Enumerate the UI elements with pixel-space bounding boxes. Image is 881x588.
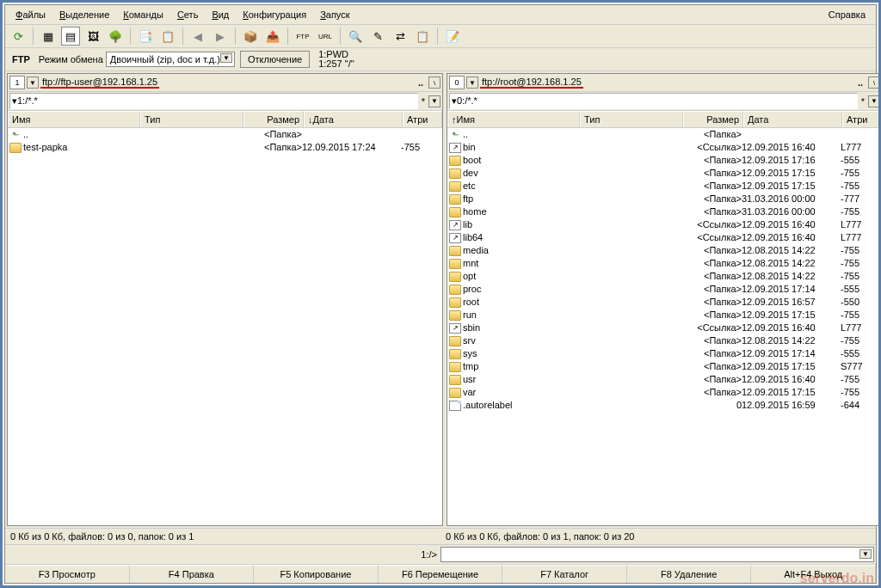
disconnect-button[interactable]: Отключение (240, 51, 310, 68)
folder-icon (449, 285, 461, 295)
list-item[interactable]: ↗sbin<Ссылка>12.09.2015 16:40L777 (447, 322, 881, 334)
view-icon-1[interactable]: ▦ (39, 27, 58, 46)
menu-item[interactable]: Команды (116, 7, 170, 22)
mode-dropdown[interactable]: Двоичный (zip, doc и т.д.) (106, 52, 235, 67)
right-address[interactable]: ftp://root@192.168.1.25 (480, 77, 583, 89)
list-item[interactable]: ↗lib64<Ссылка>12.09.2015 16:40L777 (447, 231, 881, 244)
left-header-attr[interactable]: Атри (403, 111, 442, 127)
right-listing[interactable]: ⬑..<Папка>↗bin<Ссылка>12.09.2015 16:40L7… (447, 128, 881, 525)
list-item[interactable]: mnt<Папка>12.08.2015 14:22-755 (447, 257, 881, 270)
folder-icon (449, 194, 461, 205)
right-updir-icon[interactable]: .. (854, 77, 866, 88)
menu-item[interactable]: Файлы (9, 7, 52, 22)
right-path-dropdown-icon[interactable]: ▼ (868, 95, 880, 107)
file-icon (449, 401, 461, 411)
rename-icon[interactable]: ✎ (368, 27, 387, 46)
left-drive-icon[interactable]: 1 (9, 76, 25, 89)
unpack-icon[interactable]: 📤 (263, 27, 282, 46)
forward-icon[interactable]: ▶ (211, 27, 230, 46)
fn-button[interactable]: Alt+F4 Выход (751, 565, 876, 583)
right-path[interactable]: ▾0:/*.* (449, 93, 858, 109)
list-item[interactable]: usr<Папка>12.09.2015 16:40-755 (447, 373, 881, 386)
left-headers: Имя Тип Размер ↓Дата Атри (8, 111, 442, 128)
folder-icon (449, 310, 461, 321)
ftp-icon[interactable]: FTP (293, 27, 312, 46)
list-item[interactable]: test-papka<Папка>12.09.2015 17:24-755 (8, 141, 442, 154)
fn-button[interactable]: F7 Каталог (502, 565, 627, 583)
list-item[interactable]: var<Папка>12.09.2015 17:15-755 (447, 386, 881, 399)
list-item[interactable]: ftp<Папка>31.03.2016 00:00-777 (447, 193, 881, 205)
list-item[interactable]: ⬑..<Папка> (8, 128, 442, 141)
left-listing[interactable]: ⬑..<Папка>test-papka<Папка>12.09.2015 17… (8, 128, 442, 525)
command-prompt: 1:/> (7, 549, 440, 560)
list-item[interactable]: .autorelabel012.09.2015 16:59-644 (447, 399, 881, 412)
left-drive-dropdown-icon[interactable]: ▼ (27, 77, 39, 89)
list-item[interactable]: proc<Папка>12.09.2015 17:14-555 (447, 283, 881, 296)
right-drive-dropdown-icon[interactable]: ▼ (466, 77, 478, 89)
pack-icon[interactable]: 📦 (241, 27, 260, 46)
menu-item[interactable]: Выделение (52, 7, 116, 22)
fn-button[interactable]: F5 Копирование (254, 565, 379, 583)
list-item[interactable]: boot<Папка>12.09.2015 17:16-555 (447, 154, 881, 167)
right-drive-icon[interactable]: 0 (449, 76, 465, 89)
left-filter-icon[interactable]: * (418, 96, 428, 107)
fn-button[interactable]: F6 Перемещение (379, 565, 503, 583)
right-header-type[interactable]: Тип (580, 111, 683, 127)
refresh-icon[interactable]: ⟳ (9, 27, 28, 46)
left-header-size[interactable]: Размер (243, 111, 304, 127)
list-item[interactable]: ↗bin<Ссылка>12.09.2015 16:40L777 (447, 141, 881, 154)
list-item[interactable]: srv<Папка>12.08.2015 14:22-755 (447, 334, 881, 347)
menu-help[interactable]: Справка (822, 7, 872, 22)
sort-icon-1[interactable]: 📑 (136, 27, 155, 46)
left-path[interactable]: ▾1:/*.* (9, 93, 418, 109)
tree-icon[interactable]: 🌳 (106, 27, 125, 46)
fn-button[interactable]: F8 Удаление (627, 565, 752, 583)
list-item[interactable]: media<Папка>12.08.2015 14:22-755 (447, 244, 881, 257)
list-item[interactable]: ↗lib<Ссылка>12.09.2015 16:40L777 (447, 218, 881, 231)
folder-icon (9, 143, 22, 153)
right-header-name[interactable]: ↑Имя (447, 111, 580, 127)
left-path-dropdown-icon[interactable]: ▼ (428, 95, 440, 107)
left-header-date[interactable]: ↓Дата (304, 111, 403, 127)
right-filter-icon[interactable]: * (858, 96, 868, 107)
list-item[interactable]: root<Папка>12.09.2015 16:57-550 (447, 296, 881, 309)
left-updir-icon[interactable]: .. (415, 77, 427, 88)
right-header-date[interactable]: Дата (743, 111, 842, 127)
fn-button[interactable]: F3 Просмотр (5, 565, 130, 583)
left-header-type[interactable]: Тип (140, 111, 243, 127)
back-icon[interactable]: ◀ (188, 27, 207, 46)
left-root-icon[interactable]: \ (428, 77, 440, 89)
command-input[interactable] (440, 547, 874, 562)
sort-icon-2[interactable]: 📋 (158, 27, 177, 46)
right-panel: 0 ▼ ftp://root@192.168.1.25 .. \ ▾0:/*.*… (447, 73, 881, 526)
notepad-icon[interactable]: 📝 (443, 27, 462, 46)
list-item[interactable]: tmp<Папка>12.09.2015 17:15S777 (447, 360, 881, 373)
list-item[interactable]: home<Папка>31.03.2016 00:00-755 (447, 205, 881, 218)
right-header-attr[interactable]: Атри (842, 111, 881, 127)
right-header-size[interactable]: Размер (683, 111, 743, 127)
folder-icon (449, 181, 461, 192)
list-item[interactable]: opt<Папка>12.08.2015 14:22-755 (447, 270, 881, 283)
left-address[interactable]: ftp://ftp-user@192.168.1.25 (40, 77, 159, 89)
url-icon[interactable]: URL (316, 27, 335, 46)
list-item[interactable]: etc<Папка>12.09.2015 17:15-755 (447, 180, 881, 193)
list-item[interactable]: sys<Папка>12.09.2015 17:14-555 (447, 347, 881, 360)
right-root-icon[interactable]: \ (868, 77, 880, 89)
list-item[interactable]: run<Папка>12.09.2015 17:15-755 (447, 309, 881, 322)
menu-item[interactable]: Вид (205, 7, 236, 22)
status-row: 0 Кб из 0 Кб, файлов: 0 из 0, папок: 0 и… (5, 528, 876, 544)
list-item[interactable]: ⬑..<Папка> (447, 128, 881, 141)
sync-icon[interactable]: ⇄ (391, 27, 410, 46)
mode-label: Режим обмена (39, 54, 103, 64)
view-icon-3[interactable]: 🖼 (83, 27, 102, 46)
menu-item[interactable]: Конфигурация (236, 7, 313, 22)
ftp-log: 1:PWD 1:257 "/" (315, 50, 354, 69)
left-header-name[interactable]: Имя (8, 111, 140, 127)
copyname-icon[interactable]: 📋 (413, 27, 432, 46)
menu-item[interactable]: Сеть (170, 7, 205, 22)
search-icon[interactable]: 🔍 (346, 27, 365, 46)
menu-item[interactable]: Запуск (313, 7, 356, 22)
list-item[interactable]: dev<Папка>12.09.2015 17:15-755 (447, 167, 881, 180)
fn-button[interactable]: F4 Правка (130, 565, 255, 583)
view-icon-2[interactable]: ▤ (61, 27, 80, 46)
